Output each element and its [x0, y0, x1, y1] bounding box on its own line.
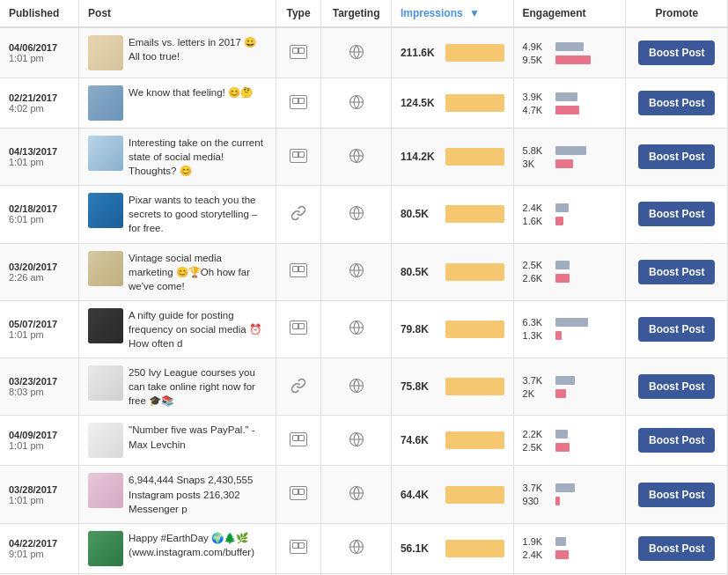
post-text: "Number five was PayPal." - Max Levchin: [129, 423, 267, 451]
impressions-cell: 124.5K: [391, 78, 513, 129]
engagement-bar-1: [555, 146, 586, 155]
link-icon: [290, 378, 306, 394]
promote-cell: Boost Post: [626, 416, 728, 466]
impressions-cell: 56.1K: [391, 523, 513, 573]
engagement-bar-2: [555, 389, 567, 398]
impressions-bar: [445, 44, 504, 62]
targeting-cell: [321, 129, 392, 186]
post-thumbnail: [88, 423, 123, 458]
impressions-value: 211.6K: [401, 47, 440, 59]
post-time: 2:26 am: [9, 272, 70, 283]
engagement-value-1: 2.5K: [523, 260, 551, 270]
promote-cell: Boost Post: [626, 466, 728, 523]
post-cell: A nifty guide for posting frequency on s…: [79, 300, 276, 358]
globe-icon: [349, 44, 364, 60]
post-cell: Emails vs. letters in 2017 😀All too true…: [79, 27, 276, 78]
post-text: 6,944,444 Snaps 2,430,555 Instagram post…: [129, 473, 267, 515]
engagement-cell: 2.4K 1.6K: [513, 186, 626, 243]
gallery-icon: [290, 95, 307, 109]
impressions-value: 80.5K: [401, 208, 440, 220]
post-cell: Happy #EarthDay 🌍🌲🌿 (www.instagram.com/b…: [79, 523, 276, 573]
published-cell: 04/13/2017 1:01 pm: [0, 129, 79, 186]
boost-post-button[interactable]: Boost Post: [638, 202, 715, 226]
globe-icon: [349, 94, 364, 110]
impressions-value: 79.8K: [401, 323, 440, 335]
header-published: Published: [0, 0, 79, 27]
published-cell: 02/21/2017 4:02 pm: [0, 78, 79, 129]
post-text: A nifty guide for posting frequency on s…: [129, 308, 267, 350]
post-time: 6:01 pm: [9, 214, 70, 225]
header-targeting: Targeting: [321, 0, 392, 27]
engagement-value-2: 2.4K: [523, 549, 551, 560]
engagement-cell: 3.7K 2K: [513, 358, 626, 416]
engagement-value-2: 2.5K: [523, 442, 551, 453]
boost-post-button[interactable]: Boost Post: [638, 144, 715, 169]
post-thumbnail: [88, 136, 123, 171]
post-thumbnail: [88, 193, 123, 228]
targeting-cell: [321, 358, 392, 416]
header-promote: Promote: [626, 0, 728, 27]
sort-arrow-icon: ▼: [469, 7, 480, 19]
post-time: 1:01 pm: [9, 440, 70, 451]
engagement-value-1: 1.9K: [523, 536, 551, 547]
post-date: 02/21/2017: [9, 92, 70, 103]
impressions-value: 114.2K: [401, 151, 440, 163]
engagement-bar-2: [555, 159, 573, 168]
engagement-bar-2: [555, 106, 580, 114]
post-time: 1:01 pm: [9, 53, 70, 63]
promote-cell: Boost Post: [626, 129, 728, 186]
engagement-value-1: 3.9K: [523, 92, 551, 102]
engagement-cell: 3.9K 4.7K: [513, 78, 626, 129]
impressions-bar: [445, 205, 504, 223]
post-date: 04/06/2017: [9, 42, 70, 53]
post-cell: We know that feeling! 😊🤔: [79, 78, 276, 129]
engagement-bar-1: [555, 483, 576, 492]
post-date: 04/22/2017: [9, 538, 70, 549]
boost-post-button[interactable]: Boost Post: [638, 260, 715, 284]
header-type: Type: [276, 0, 320, 27]
engagement-cell: 5.8K 3K: [513, 129, 626, 186]
type-cell: [276, 27, 320, 78]
globe-icon: [349, 148, 364, 164]
type-cell: [276, 358, 320, 416]
boost-post-button[interactable]: Boost Post: [638, 91, 715, 115]
published-cell: 04/09/2017 1:01 pm: [0, 416, 79, 466]
engagement-bar-1: [555, 430, 568, 439]
engagement-bar-2: [555, 443, 570, 452]
type-cell: [276, 416, 320, 466]
engagement-bar-1: [555, 42, 585, 51]
gallery-icon: [290, 321, 307, 335]
post-text: Interesting take on the current state of…: [129, 136, 267, 178]
impressions-cell: 80.5K: [391, 243, 513, 300]
post-thumbnail: [88, 35, 123, 70]
boost-post-button[interactable]: Boost Post: [638, 317, 715, 342]
targeting-cell: [321, 466, 392, 523]
targeting-cell: [321, 300, 392, 358]
impressions-bar: [445, 263, 504, 281]
header-impressions[interactable]: Impressions ▼: [391, 0, 513, 27]
boost-post-button[interactable]: Boost Post: [638, 374, 715, 399]
post-text: Vintage social media marketing 😊🏆Oh how …: [129, 251, 267, 293]
post-cell: Pixar wants to teach you the secrets to …: [79, 186, 276, 243]
engagement-value-2: 9.5K: [523, 55, 551, 65]
boost-post-button[interactable]: Boost Post: [638, 483, 715, 507]
gallery-icon: [290, 45, 307, 59]
engagement-value-2: 1.3K: [523, 330, 551, 341]
post-time: 8:03 pm: [9, 387, 70, 397]
type-cell: [276, 186, 320, 243]
impressions-cell: 64.4K: [391, 466, 513, 523]
post-thumbnail: [88, 365, 123, 401]
boost-post-button[interactable]: Boost Post: [638, 428, 715, 453]
engagement-bar-1: [555, 537, 566, 546]
boost-post-button[interactable]: Boost Post: [638, 536, 715, 561]
engagement-bar-2: [555, 217, 563, 225]
globe-icon: [349, 539, 364, 555]
post-cell: Vintage social media marketing 😊🏆Oh how …: [79, 243, 276, 300]
boost-post-button[interactable]: Boost Post: [638, 41, 715, 65]
post-thumbnail: [88, 308, 123, 343]
post-cell: Interesting take on the current state of…: [79, 129, 276, 186]
engagement-bar-1: [555, 261, 570, 269]
globe-icon: [349, 205, 364, 221]
impressions-value: 74.6K: [401, 434, 440, 446]
header-engagement: Engagement: [513, 0, 626, 27]
